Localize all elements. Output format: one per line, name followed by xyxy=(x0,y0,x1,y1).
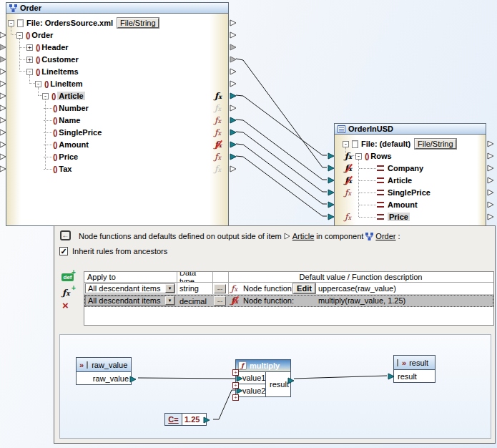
input-connector[interactable] xyxy=(0,117,6,124)
tree-row-article[interactable]: - () Article xyxy=(6,90,85,102)
article-link[interactable]: Article xyxy=(292,232,315,240)
input-connector-connected[interactable] xyxy=(328,165,335,172)
input-connector-connected[interactable] xyxy=(328,201,335,208)
tree-row-singleprice[interactable]: () SinglePrice xyxy=(6,127,102,138)
component-orderinusd-titlebar[interactable]: OrderInUSD xyxy=(335,124,486,135)
tree-row-number[interactable]: () Number xyxy=(6,102,89,114)
output-connector[interactable] xyxy=(230,31,237,39)
tree-row-name[interactable]: () Name xyxy=(6,115,80,126)
node-function-disabled-icon[interactable]: ƒx xyxy=(345,163,356,173)
input-connector-connected[interactable] xyxy=(328,152,335,160)
collapse-icon[interactable]: - xyxy=(8,20,14,26)
component-order[interactable]: Order - File: OrdersSource.xml File/Stri… xyxy=(6,2,229,226)
node-function-icon[interactable]: ƒx xyxy=(345,151,356,161)
chevron-down-icon[interactable]: ▼ xyxy=(165,284,174,293)
output-connector-connected[interactable] xyxy=(230,129,237,136)
tree-row-order[interactable]: - () Order xyxy=(6,29,53,41)
more-options-button[interactable]: ... xyxy=(214,284,226,293)
constant-box[interactable]: C= 1.25 xyxy=(164,413,207,426)
node-function-icon[interactable]: ƒx xyxy=(345,212,356,222)
node-function-disabled-icon[interactable]: ƒx xyxy=(345,175,356,185)
output-connector[interactable] xyxy=(230,104,237,112)
output-connector[interactable] xyxy=(487,152,494,160)
output-connector[interactable] xyxy=(487,201,494,208)
add-node-function-button[interactable]: ƒx xyxy=(62,288,70,298)
tree-row-rows[interactable]: - () Rows xyxy=(335,150,392,162)
input-connector[interactable] xyxy=(0,56,6,63)
collapse-icon[interactable]: - xyxy=(26,69,33,75)
input-connector[interactable] xyxy=(0,129,6,136)
input-connector[interactable] xyxy=(0,104,6,112)
delete-rule-button[interactable]: × xyxy=(62,300,69,311)
component-orderinusd[interactable]: OrderInUSD - File: (default) File/String… xyxy=(334,123,486,226)
chevron-down-icon[interactable]: ▼ xyxy=(165,296,174,305)
output-connector[interactable] xyxy=(487,189,494,196)
output-connector-connected[interactable] xyxy=(230,56,237,63)
collapse-icon[interactable]: - xyxy=(35,81,41,87)
inherit-rules-checkbox[interactable]: ✓ xyxy=(59,247,68,255)
output-connector[interactable] xyxy=(230,19,237,26)
table-row-selected[interactable]: All descendant items ▼ decimal ... ƒx No… xyxy=(84,295,493,307)
node-function-icon[interactable]: ƒx xyxy=(215,127,226,137)
output-connector-connected[interactable] xyxy=(230,141,237,148)
collapse-icon[interactable]: - xyxy=(42,93,49,99)
input-connector[interactable] xyxy=(0,44,6,51)
input-connector[interactable] xyxy=(0,31,6,39)
output-connector[interactable] xyxy=(487,177,494,184)
node-function-icon[interactable]: ƒx xyxy=(345,188,356,198)
tree-row-amount[interactable]: () Amount xyxy=(6,139,89,150)
output-connector-connected[interactable] xyxy=(230,92,237,99)
output-connector[interactable] xyxy=(487,165,494,172)
edit-function-button[interactable]: Edit xyxy=(293,283,315,293)
input-connector[interactable] xyxy=(0,165,6,172)
input-connector[interactable] xyxy=(0,141,6,148)
input-connector-connected[interactable] xyxy=(328,189,335,196)
expand-icon[interactable]: + xyxy=(26,44,33,51)
tree-row-header[interactable]: + () Header xyxy=(6,42,69,53)
input-connector-connected[interactable] xyxy=(236,375,243,382)
output-connector[interactable] xyxy=(230,44,237,51)
apply-to-dropdown[interactable]: All descendant items ▼ xyxy=(85,283,175,293)
tree-row-file[interactable]: - File: (default) File/String xyxy=(335,138,456,150)
output-connector-connected[interactable] xyxy=(129,376,137,383)
output-connector-connected[interactable] xyxy=(287,377,295,384)
input-connector[interactable] xyxy=(0,92,6,99)
collapse-icon[interactable]: - xyxy=(16,32,23,39)
raw-value-input-box[interactable]: » raw_value raw_value xyxy=(76,357,132,385)
order-link[interactable]: Order xyxy=(375,232,395,240)
tree-row-amount[interactable]: Amount xyxy=(335,199,418,210)
output-connector-connected[interactable] xyxy=(230,153,237,160)
output-connector[interactable] xyxy=(230,68,237,75)
more-options-button[interactable]: ... xyxy=(214,296,226,306)
add-input-icon[interactable]: + xyxy=(232,382,239,389)
tree-row-file[interactable]: - File: OrdersSource.xml File/String xyxy=(6,17,159,29)
node-function-inactive-icon[interactable]: ƒx xyxy=(215,103,226,113)
collapse-icon[interactable]: - xyxy=(355,153,362,160)
input-connector[interactable] xyxy=(0,153,6,160)
node-function-inactive-icon[interactable]: ƒx xyxy=(215,164,226,174)
file-string-button[interactable]: File/String xyxy=(117,18,159,28)
node-function-icon[interactable]: ƒx xyxy=(215,152,226,162)
result-output-box[interactable]: » result result xyxy=(393,355,436,383)
file-string-button[interactable]: File/String xyxy=(415,139,456,149)
add-input-icon[interactable]: + xyxy=(232,394,239,401)
table-row[interactable]: All descendant items ▼ string ... ƒx Nod… xyxy=(84,283,493,295)
component-order-titlebar[interactable]: Order xyxy=(6,3,228,14)
input-connector-connected[interactable] xyxy=(388,373,395,380)
output-connector-connected[interactable] xyxy=(203,417,210,424)
close-panel-icon[interactable]: ← xyxy=(60,230,71,240)
tree-row-customer[interactable]: + () Customer xyxy=(6,54,79,65)
node-function-disabled-icon[interactable]: ƒx xyxy=(215,140,226,150)
apply-to-dropdown[interactable]: All descendant items ▼ xyxy=(85,296,175,306)
node-function-icon[interactable]: ƒx xyxy=(215,115,226,125)
tree-row-tax[interactable]: () Tax xyxy=(6,163,72,175)
add-input-icon[interactable]: + xyxy=(232,369,239,376)
input-connector-connected[interactable] xyxy=(328,213,335,220)
tree-row-price[interactable]: () Price xyxy=(6,151,78,162)
output-connector[interactable] xyxy=(487,213,494,220)
expand-icon[interactable]: + xyxy=(26,57,33,63)
input-connector[interactable] xyxy=(0,80,6,87)
collapse-icon[interactable]: - xyxy=(343,141,349,147)
input-connector-connected[interactable] xyxy=(328,177,335,184)
multiply-function-box[interactable]: ƒ multiply value1 value2 result xyxy=(235,359,291,397)
